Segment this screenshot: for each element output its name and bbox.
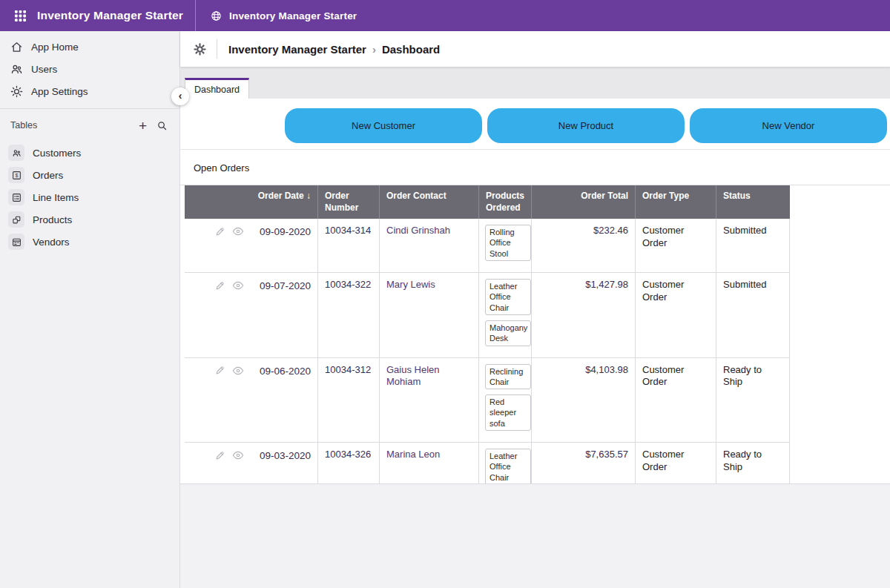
order-date-cell: 09-07-2020 [185, 273, 318, 357]
top-app-bar: Inventory Manager Starter Inventory Mana… [0, 0, 890, 31]
product-chip[interactable]: Leather Office Chair [485, 279, 531, 315]
order-date-value: 09-06-2020 [260, 365, 311, 378]
order-number-cell: 10034-326 [318, 443, 380, 483]
order-date-value: 09-03-2020 [260, 449, 311, 463]
order-total-cell: $4,103.98 [532, 358, 636, 442]
table-row: 09-07-2020 10034-322 Mary Lewis Leather … [185, 273, 790, 357]
column-header-order-number[interactable]: Order Number [318, 185, 380, 219]
order-number-cell: 10034-312 [318, 358, 380, 442]
column-header-products-ordered[interactable]: Products Ordered [479, 185, 532, 219]
table-row: 09-03-2020 10034-326 Marina Leon Leather… [185, 443, 790, 483]
products-icon [8, 211, 24, 228]
products-ordered-cell: Leather Office Chair Mahogany Desk [479, 273, 532, 357]
sidebar-item-orders[interactable]: $ Orders [0, 164, 179, 186]
sidebar-item-label: Orders [33, 170, 63, 181]
open-orders-title: Open Orders [194, 162, 249, 174]
sidebar-item-label: Users [31, 64, 57, 75]
product-chip[interactable]: Mahogany Desk [485, 320, 531, 346]
gear-icon [10, 85, 23, 98]
sidebar-item-users[interactable]: Users [0, 58, 179, 80]
table-header-row: Order Date ↓ Order Number Order Contact … [185, 185, 790, 219]
product-chip[interactable]: Red sleeper sofa [485, 394, 531, 431]
sidebar-item-line-items[interactable]: Line Items [0, 186, 179, 208]
sidebar-collapse-button[interactable]: ‹ [171, 87, 189, 105]
chevron-left-icon: ‹ [179, 90, 182, 101]
breadcrumb-app-name[interactable]: Inventory Manager Starter [228, 43, 366, 56]
column-header-order-contact[interactable]: Order Contact [380, 185, 479, 219]
line-items-icon [8, 189, 24, 205]
main-area: Inventory Manager Starter › Dashboard Da… [180, 31, 890, 588]
app-grid-icon[interactable] [7, 3, 33, 28]
workspace-title: Inventory Manager Starter [37, 9, 183, 22]
tab-dashboard[interactable]: Dashboard [185, 78, 249, 99]
order-total-cell: $7,635.57 [532, 443, 636, 483]
home-icon [10, 40, 23, 53]
new-vendor-button[interactable]: New Vendor [690, 108, 887, 143]
search-tables-icon[interactable] [156, 120, 168, 131]
status-cell: Ready to Ship [716, 443, 790, 483]
column-header-order-total[interactable]: Order Total [532, 185, 636, 219]
sidebar-item-products[interactable]: Products [0, 208, 179, 231]
table-row: 09-06-2020 10034-312 Gaius Helen Mohiam … [185, 358, 790, 443]
table-row: 09-09-2020 10034-314 Cindi Grinshah Roll… [185, 219, 790, 273]
view-record-icon[interactable] [232, 365, 244, 377]
product-chip[interactable]: Rolling Office Stool [485, 225, 531, 261]
order-date-cell: 09-06-2020 [185, 358, 318, 442]
edit-record-icon[interactable] [214, 226, 225, 237]
status-cell: Submitted [716, 273, 790, 357]
order-number-cell: 10034-322 [318, 273, 380, 357]
sidebar-item-vendors[interactable]: Vendors [0, 231, 179, 253]
new-product-button[interactable]: New Product [487, 108, 685, 143]
app-switcher-section: Inventory Manager Starter [0, 0, 196, 31]
products-ordered-cell: Reclining Chair Red sleeper sofa [479, 358, 532, 442]
quick-actions-bar: New Customer New Product New Vendor [180, 99, 890, 150]
users-icon [10, 62, 23, 76]
order-contact-cell[interactable]: Gaius Helen Mohiam [380, 358, 479, 442]
customers-icon [8, 145, 24, 161]
edit-record-icon[interactable] [214, 365, 225, 376]
order-contact-cell[interactable]: Marina Leon [380, 443, 479, 483]
order-date-value: 09-09-2020 [260, 225, 311, 239]
order-contact-cell[interactable]: Cindi Grinshah [380, 219, 479, 272]
view-record-icon[interactable] [232, 449, 244, 461]
order-total-cell: $1,427.98 [532, 273, 636, 357]
sidebar-item-label: App Settings [31, 86, 88, 97]
page-settings-gear-icon[interactable] [194, 43, 206, 56]
order-number-cell: 10034-314 [318, 219, 380, 272]
column-header-order-type[interactable]: Order Type [636, 185, 716, 219]
breadcrumb-chevron-icon: › [372, 43, 376, 56]
product-chip[interactable]: Reclining Chair [485, 364, 531, 390]
open-orders-table: Order Date ↓ Order Number Order Contact … [180, 185, 890, 483]
sidebar-item-label: App Home [31, 42, 79, 53]
tab-strip: Dashboard [180, 67, 890, 99]
tables-label: Tables [10, 120, 139, 131]
open-app-tab[interactable]: Inventory Manager Starter [196, 0, 372, 31]
column-header-order-date[interactable]: Order Date ↓ [185, 185, 318, 219]
edit-record-icon[interactable] [214, 280, 225, 291]
sidebar-item-label: Vendors [33, 237, 70, 248]
order-total-cell: $232.46 [532, 219, 636, 272]
open-orders-panel-header: Open Orders [180, 150, 890, 185]
new-customer-button[interactable]: New Customer [285, 108, 482, 143]
sidebar-item-label: Customers [33, 148, 81, 159]
column-header-status[interactable]: Status [716, 185, 790, 219]
sidebar-item-customers[interactable]: Customers [0, 142, 179, 164]
product-chip[interactable]: Leather Office Chair [485, 449, 531, 483]
order-contact-cell[interactable]: Mary Lewis [380, 273, 479, 357]
vendors-icon [8, 234, 24, 250]
breadcrumb-bar: Inventory Manager Starter › Dashboard [180, 31, 890, 67]
tab-label: Dashboard [194, 85, 240, 95]
order-type-cell: Customer Order [636, 219, 716, 272]
sidebar-item-app-home[interactable]: App Home [0, 36, 179, 58]
sort-descending-icon: ↓ [306, 191, 311, 201]
edit-record-icon[interactable] [214, 450, 225, 461]
add-table-icon[interactable]: + [139, 119, 147, 133]
view-record-icon[interactable] [232, 280, 244, 291]
sidebar-item-label: Line Items [33, 192, 79, 203]
globe-icon [211, 10, 222, 22]
sidebar-item-app-settings[interactable]: App Settings [0, 80, 179, 102]
sidebar: App Home Users App Settings [0, 31, 180, 588]
status-cell: Submitted [716, 219, 790, 272]
view-record-icon[interactable] [232, 225, 244, 237]
order-type-cell: Customer Order [636, 358, 716, 442]
